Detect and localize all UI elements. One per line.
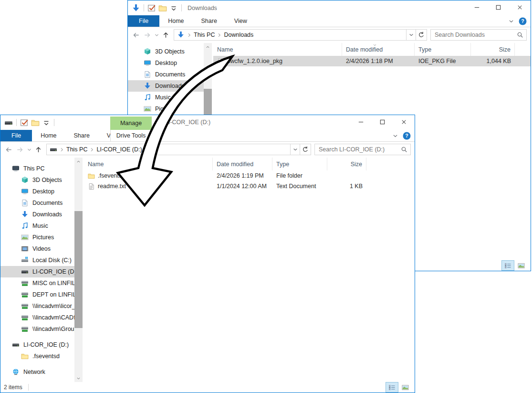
sidebar-item-this-pc[interactable]: This PC (0, 163, 74, 174)
tab-share[interactable]: Share (193, 15, 226, 27)
sidebar-item-lincadvm-cadfileco[interactable]: \\lincadvm\CADfileco (0, 312, 74, 323)
tab-file[interactable]: File (0, 130, 32, 141)
expand-ribbon-chevron-icon[interactable] (392, 133, 398, 139)
qat-menu-icon[interactable] (169, 4, 178, 12)
tab-home[interactable]: Home (32, 130, 65, 141)
title-bar[interactable]: Downloads (128, 0, 531, 15)
help-icon[interactable]: ? (403, 132, 411, 140)
column-header-type[interactable]: Type (272, 158, 327, 170)
column-header-type[interactable]: Type (415, 43, 471, 56)
sidebar-item-documents[interactable]: Documents (128, 69, 204, 80)
search-input[interactable] (319, 146, 401, 153)
file-icon (217, 58, 224, 65)
thumbnail-view-button[interactable] (399, 382, 411, 392)
sidebar-item-3d-objects[interactable]: 3D Objects (0, 174, 74, 186)
folder-icon[interactable] (31, 118, 40, 127)
sidebar-item-documents[interactable]: Documents (0, 197, 74, 209)
breadcrumb-item-this-pc[interactable]: This PC (194, 32, 215, 38)
qat-menu-icon[interactable] (42, 118, 51, 127)
checkbox-icon[interactable] (147, 4, 156, 12)
sidebar-item-pictures[interactable]: Pictures (0, 232, 74, 243)
sidebar-item-music[interactable]: Music (0, 220, 74, 232)
forward-button[interactable] (14, 144, 25, 155)
column-header-date-modified[interactable]: Date modified (213, 158, 272, 170)
help-icon[interactable]: ? (519, 17, 527, 25)
maximize-button[interactable] (372, 115, 393, 129)
tab-view[interactable]: View (226, 15, 256, 27)
scroll-down-button[interactable] (74, 374, 83, 382)
address-dropdown-button[interactable] (407, 29, 416, 41)
file-row-cwcfw-1-2-0-ioe-pkg[interactable]: cwcfw_1.2.0.ioe_pkg2/4/2026 1:18 PMIOE_P… (213, 56, 531, 66)
up-button[interactable] (33, 144, 44, 155)
file-rows: cwcfw_1.2.0.ioe_pkg2/4/2026 1:18 PMIOE_P… (213, 56, 531, 66)
downloads-icon[interactable] (132, 4, 140, 12)
minimize-button[interactable] (350, 115, 372, 129)
address-bar[interactable]: This PCLI-COR_IOE (D:) (46, 144, 291, 155)
sidebar-item-pictures[interactable]: Pictures (128, 103, 204, 115)
tab-home[interactable]: Home (159, 15, 192, 27)
file-row-readme-txt[interactable]: readme.txt1/1/2024 12:00 AMText Document… (84, 181, 415, 191)
forward-button[interactable] (142, 29, 153, 41)
sidebar-item-desktop[interactable]: Desktop (0, 186, 74, 197)
sidebar-item-lincadvm-groupinst[interactable]: \\lincadvm\GroupInst (0, 323, 74, 335)
minimize-button[interactable] (466, 0, 488, 14)
sidebar-item-li-cor-ioe-d[interactable]: LI-COR_IOE (D:) (0, 266, 74, 277)
details-view-button[interactable] (502, 261, 514, 270)
expand-ribbon-chevron-icon[interactable] (508, 18, 514, 24)
window-title: LI-COR_IOE (D:) (165, 119, 210, 126)
sidebar-item-videos[interactable]: Videos (0, 243, 74, 255)
maximize-button[interactable] (488, 0, 509, 14)
drive-icon[interactable] (4, 118, 13, 127)
column-header-size[interactable]: Size (327, 158, 366, 170)
address-dropdown-button[interactable] (291, 144, 300, 155)
close-button[interactable] (509, 0, 531, 14)
scroll-up-button[interactable] (74, 158, 83, 165)
folder-icon[interactable] (158, 4, 167, 12)
up-arrow-icon (35, 146, 42, 153)
tab-file[interactable]: File (128, 15, 159, 27)
title-bar[interactable]: Manage LI-COR_IOE (D:) (0, 115, 415, 130)
search-icon[interactable] (401, 146, 407, 153)
sidebar-item-li-cor-ioe-d[interactable]: LI-COR_IOE (D:) (0, 339, 74, 351)
refresh-button[interactable] (416, 29, 427, 41)
search-icon[interactable] (517, 32, 523, 38)
sidebar-item-local-disk-c[interactable]: Local Disk (C:) (0, 255, 74, 266)
tab-drive-tools[interactable]: Drive Tools (110, 130, 152, 142)
sidebar-item-dept-on-linfile01-h[interactable]: DEPT on LINFILE01 (H: (0, 289, 74, 300)
sidebar-item-misc-on-linfile01-g[interactable]: MISC on LINFILE01 (G: (0, 277, 74, 289)
sidebar-item-lincadvm-licor-code[interactable]: \\lincadvm\licor_code (0, 300, 74, 312)
tab-share[interactable]: Share (65, 130, 98, 141)
close-button[interactable] (393, 115, 415, 129)
scrollbar-thumb[interactable] (74, 211, 83, 328)
sidebar-item-network[interactable]: Network (0, 366, 74, 378)
sidebar-item-3d-objects[interactable]: 3D Objects (128, 46, 204, 57)
thumbnail-view-button[interactable] (515, 261, 527, 270)
column-header-name[interactable]: Name (213, 43, 342, 56)
breadcrumb-item-this-pc[interactable]: This PC (66, 146, 87, 153)
details-view-button[interactable] (386, 382, 398, 392)
sidebar-item-fseventsd[interactable]: .fseventsd (0, 351, 74, 362)
column-header-date-modified[interactable]: Date modified (342, 43, 415, 56)
up-button[interactable] (160, 29, 171, 41)
sidebar-scrollbar[interactable] (74, 158, 83, 382)
back-button[interactable] (131, 29, 142, 41)
breadcrumb-item-li-cor-ioe-d[interactable]: LI-COR_IOE (D:) (96, 146, 142, 153)
search-input[interactable] (435, 32, 517, 38)
recent-locations-button[interactable] (25, 144, 33, 155)
address-bar[interactable]: This PCDownloads (174, 29, 407, 41)
back-button[interactable] (3, 144, 14, 155)
sidebar-item-downloads[interactable]: Downloads (128, 80, 204, 92)
recent-locations-button[interactable] (153, 29, 160, 41)
sidebar-item-music[interactable]: Music (128, 92, 204, 103)
column-header-name[interactable]: Name (84, 158, 213, 170)
refresh-button[interactable] (300, 144, 311, 155)
manage-contextual-header[interactable]: Manage (110, 117, 152, 130)
breadcrumb-item-downloads[interactable]: Downloads (224, 32, 253, 38)
sidebar-item-downloads[interactable]: Downloads (0, 209, 74, 220)
quick-access-toolbar (4, 118, 55, 127)
file-row-fseventsd[interactable]: .fseventsd2/4/2026 1:19 PMFile folder (84, 170, 415, 181)
column-header-size[interactable]: Size (471, 43, 515, 56)
scroll-up-button[interactable] (204, 43, 212, 51)
sidebar-item-desktop[interactable]: Desktop (128, 57, 204, 69)
checkbox-icon[interactable] (20, 118, 29, 127)
